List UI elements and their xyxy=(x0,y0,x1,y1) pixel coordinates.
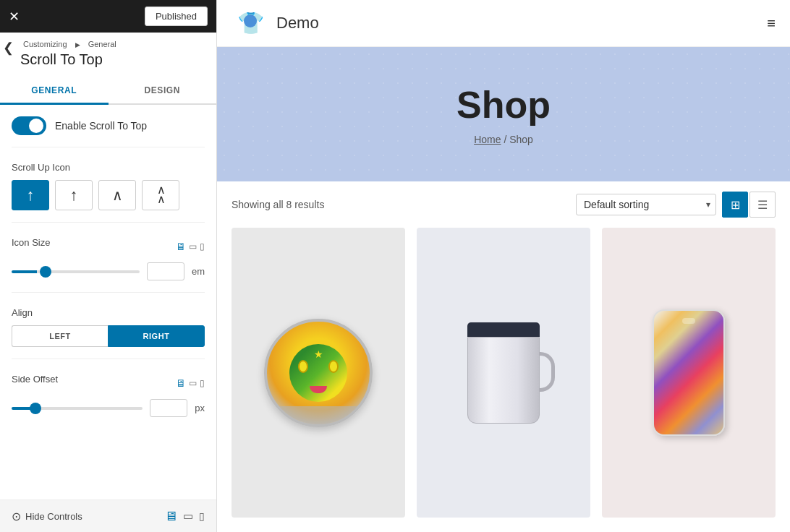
breadcrumb: Customizing ▶ General xyxy=(20,40,205,48)
top-bar: ✕ Published xyxy=(0,0,216,33)
bottom-bar: ⊙ Hide Controls 🖥 ▭ ▯ xyxy=(0,499,216,532)
side-offset-slider-row: 30 px xyxy=(12,399,205,417)
breadcrumb-area: ❮ Customizing ▶ General Scroll To Top xyxy=(0,33,216,72)
bottom-device-icons: 🖥 ▭ ▯ xyxy=(164,509,205,524)
align-section: Align LEFT RIGHT xyxy=(12,307,205,359)
icon-option-arrow-up-filled[interactable]: ↑ xyxy=(12,180,49,210)
sort-select[interactable]: Default sorting Sort by popularity Sort … xyxy=(576,194,716,215)
panel-body: Enable Scroll To Top Scroll Up Icon ↑ ↑ … xyxy=(0,105,216,499)
header-menu-icon[interactable]: ≡ xyxy=(767,15,776,32)
icon-size-slider[interactable] xyxy=(12,270,140,273)
icon-picker: ↑ ↑ ∧ ∧∧ xyxy=(12,180,205,223)
mobile-icon-size[interactable]: ▯ xyxy=(200,241,205,252)
grid-view-button[interactable]: ⊞ xyxy=(722,192,748,218)
product-card-1[interactable]: ★ xyxy=(232,228,405,518)
hero-banner: Shop Home / Shop xyxy=(217,47,790,181)
close-button[interactable]: ✕ xyxy=(9,10,20,23)
tab-general[interactable]: GENERAL xyxy=(0,78,109,105)
hide-controls-label: Hide Controls xyxy=(25,511,82,522)
enable-scroll-toggle[interactable] xyxy=(12,116,46,135)
icon-option-chevron-up[interactable]: ∧ xyxy=(98,180,136,210)
preview-header: 👕 Demo ≡ xyxy=(217,0,790,47)
enable-scroll-label: Enable Scroll To Top xyxy=(55,120,147,132)
product-mug xyxy=(467,322,540,424)
product-badge-circle: ★ xyxy=(264,319,373,427)
right-panel: 👕 Demo ≡ Shop Home / Shop Showing all 8 … xyxy=(217,0,790,532)
enable-scroll-toggle-row: Enable Scroll To Top xyxy=(12,116,205,147)
hero-breadcrumb: Home / Shop xyxy=(217,134,790,145)
desktop-icon-size[interactable]: 🖥 xyxy=(176,241,186,252)
hide-controls-icon: ⊙ xyxy=(12,510,21,523)
icon-size-slider-row: 1.2 em xyxy=(12,262,205,280)
side-offset-value[interactable]: 30 xyxy=(150,399,187,417)
icon-size-section: Icon Size 🖥 ▭ ▯ 1.2 em xyxy=(12,237,205,293)
list-view-button[interactable]: ☰ xyxy=(749,192,776,218)
view-toggle: ⊞ ☰ xyxy=(722,192,776,218)
breadcrumb-sep: / xyxy=(504,134,509,145)
mobile-icon-offset[interactable]: ▯ xyxy=(200,378,205,388)
align-left-button[interactable]: LEFT xyxy=(12,325,108,347)
desktop-icon-offset[interactable]: 🖥 xyxy=(176,377,186,389)
breadcrumb-separator: ▶ xyxy=(75,41,80,48)
icon-size-value[interactable]: 1.2 xyxy=(147,262,184,280)
results-text: Showing all 8 results xyxy=(232,199,324,210)
hide-controls-button[interactable]: ⊙ Hide Controls xyxy=(12,510,82,523)
bottom-desktop-icon[interactable]: 🖥 xyxy=(164,509,177,524)
product-grid: ★ xyxy=(217,228,790,532)
product-phone-case xyxy=(653,309,725,436)
logo-dot xyxy=(244,14,257,27)
breadcrumb-home-link[interactable]: Home xyxy=(474,134,501,145)
breadcrumb-general[interactable]: General xyxy=(88,40,116,48)
back-button[interactable]: ❮ xyxy=(3,40,14,56)
align-buttons: LEFT RIGHT xyxy=(12,325,205,347)
icon-size-header: Icon Size 🖥 ▭ ▯ xyxy=(12,237,205,255)
published-button[interactable]: Published xyxy=(145,7,208,26)
product-card-2[interactable] xyxy=(417,228,590,518)
hero-title: Shop xyxy=(217,83,790,126)
side-offset-section: Side Offset 🖥 ▭ ▯ 30 px xyxy=(12,374,205,417)
left-panel: ✕ Published ❮ Customizing ▶ General Scro… xyxy=(0,0,217,532)
panel-title: Scroll To Top xyxy=(20,51,205,68)
logo-icon: 👕 xyxy=(232,4,269,42)
sort-select-wrap: Default sorting Sort by popularity Sort … xyxy=(576,194,716,215)
icon-option-arrow-up-outline[interactable]: ↑ xyxy=(55,180,93,210)
side-offset-unit: px xyxy=(195,403,205,413)
product-card-3[interactable] xyxy=(602,228,776,518)
tab-design[interactable]: DESIGN xyxy=(109,78,217,105)
breadcrumb-current-page: Shop xyxy=(509,134,533,145)
tabs-row: GENERAL DESIGN xyxy=(0,78,216,105)
site-name: Demo xyxy=(276,14,319,33)
align-label: Align xyxy=(12,307,205,318)
shop-controls: Showing all 8 results Default sorting So… xyxy=(217,181,790,228)
tablet-icon-offset[interactable]: ▭ xyxy=(189,378,197,388)
device-icons-offset: 🖥 ▭ ▯ xyxy=(176,377,205,389)
tablet-icon-size[interactable]: ▭ xyxy=(189,241,197,252)
bottom-mobile-icon[interactable]: ▯ xyxy=(199,510,205,522)
icon-size-unit: em xyxy=(192,266,205,277)
site-logo: 👕 Demo xyxy=(232,4,319,42)
scroll-up-icon-section: Scroll Up Icon ↑ ↑ ∧ ∧∧ xyxy=(12,162,205,223)
device-icons-size: 🖥 ▭ ▯ xyxy=(176,241,205,252)
side-offset-label: Side Offset xyxy=(12,374,58,385)
align-right-button[interactable]: RIGHT xyxy=(108,325,205,347)
side-offset-slider[interactable] xyxy=(12,407,143,410)
breadcrumb-customizing[interactable]: Customizing xyxy=(23,40,67,48)
icon-size-label: Icon Size xyxy=(12,237,50,248)
sort-row: Default sorting Sort by popularity Sort … xyxy=(576,192,776,218)
side-offset-header: Side Offset 🖥 ▭ ▯ xyxy=(12,374,205,392)
scroll-up-icon-label: Scroll Up Icon xyxy=(12,162,205,173)
icon-option-double-chevron-up[interactable]: ∧∧ xyxy=(142,180,179,210)
bottom-tablet-icon[interactable]: ▭ xyxy=(183,510,193,523)
